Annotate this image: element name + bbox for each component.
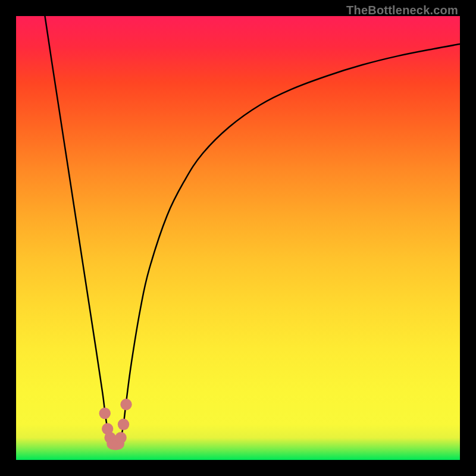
curve-right [115,44,460,444]
chart-frame: TheBottleneck.com [0,0,476,476]
attribution-label: TheBottleneck.com [346,4,458,17]
chart-svg [16,16,460,460]
data-marker [118,419,129,430]
plot-area [16,16,460,460]
data-marker [99,408,111,419]
data-marker [120,399,131,410]
data-marker [115,432,126,443]
curve-left [45,16,115,444]
